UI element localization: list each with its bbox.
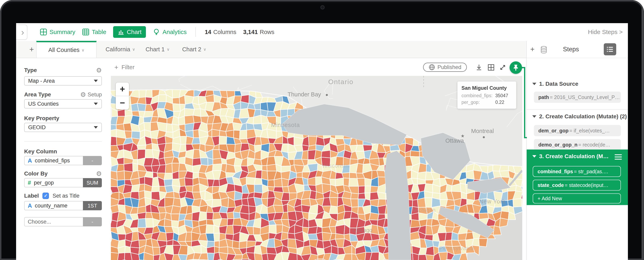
nav-analytics-label: Analytics [162,28,186,36]
add-filter-button[interactable]: + Filter [114,64,134,71]
rows-count: 3,141 Rows [243,29,274,36]
table-icon [82,28,89,36]
color-by-field[interactable]: # per_gop SUM [24,178,102,187]
grid-view-button[interactable] [487,64,495,72]
color-by-label: Color By [24,170,48,177]
key-property-select[interactable]: GEOID [24,123,102,132]
map-label: Minnesota [271,122,300,128]
step-3-active-block[interactable]: 3. Create Calculation (M… combined_fips=… [527,150,628,205]
globe-icon [429,64,435,70]
pin-connector-line [524,67,525,138]
chevron-down-icon: ∨ [82,48,84,52]
hide-steps-button[interactable]: Hide Steps > [588,23,623,41]
step-2-token-dem-or-gop[interactable]: dem_or_gop= if_else(votes_… [534,125,621,136]
nav-analytics[interactable]: Analytics [153,28,186,36]
gear-icon: ⚙ [80,91,86,98]
text-type-icon: A [28,157,32,164]
aggregate-badge[interactable]: 1ST [83,201,102,210]
collapse-panel-button[interactable]: › [16,24,27,40]
text-type-icon: A [28,202,32,209]
toolbar-divider [196,27,196,37]
choropleth-map[interactable]: OntarioThunder BayMinnesotaWisconsinMich… [111,76,522,260]
expand-button[interactable] [499,64,507,72]
key-property-label: Key Property [24,115,59,121]
chevron-down-icon: ∨ [167,47,170,52]
map-label: Chicago [352,227,372,234]
collapse-triangle-icon [532,155,536,158]
add-chart-tab-button[interactable]: + [26,41,37,58]
zoom-in-button[interactable]: + [116,82,129,96]
step-3-add-new-button[interactable]: + Add New [533,194,621,204]
map-label: Thunder Bay [288,91,321,98]
chevron-right-icon: › [21,27,24,37]
step-3-token-state-code[interactable]: state_code= statecode(input… [533,180,621,190]
tab-california[interactable]: California ∨ [100,41,140,58]
key-column-field[interactable]: A combined_fips - [24,156,102,165]
key-column-label: Key Column [24,148,57,154]
step-2-header[interactable]: 2. Create Calculation (Mutate) (2) [532,113,627,120]
label-field[interactable]: A county_name 1ST [24,201,102,210]
nav-summary[interactable]: Summary [40,28,75,36]
zoom-out-button[interactable]: − [116,96,129,110]
chart-tab-bar: + All Counties ∨ California ∨ Chart 1 ∨ … [16,41,526,58]
columns-count-label: Columns [213,29,236,36]
published-button[interactable]: Published [423,62,467,72]
nav-chart[interactable]: Chart [113,26,146,38]
tooltip-title: San Miguel County [462,85,512,91]
map-tooltip: San Miguel County combined_fips: 35047 p… [458,82,516,109]
type-select[interactable]: Map - Area [24,76,102,86]
pin-button[interactable] [510,62,522,74]
nav-chart-label: Chart [127,28,142,36]
rows-count-value: 3,141 [243,29,258,36]
gear-icon[interactable]: ⚙ [96,67,102,74]
numeric-type-icon: # [28,180,31,186]
step-3-header[interactable]: 3. Create Calculation (M… [532,153,608,160]
step-1-header[interactable]: 1. Data Source [532,81,578,87]
step-2-token-demo-or-gop-n[interactable]: demo_or_gop_n= recode(de… [534,139,621,150]
step-3-token-combined-fips[interactable]: combined_fips= str_pad(as.… [533,166,621,177]
chart-config-sidebar: Type ⚙ Map - Area Area Type ⚙ Setup US C… [16,58,109,260]
top-toolbar: › Summary Table Chart [16,23,628,41]
plus-icon: + [114,64,118,71]
bezel-edge [642,8,642,260]
map-label: Montreal [471,128,494,134]
bar-chart-icon [118,28,124,36]
columns-count-value: 14 [205,29,211,36]
pushpin-icon [512,64,520,71]
steps-list-view-button[interactable] [604,43,616,55]
gear-icon[interactable]: ⚙ [96,170,102,177]
nav-table-label: Table [92,28,106,36]
set-as-title-label: Set as Title [52,193,80,199]
database-icon[interactable] [540,46,548,54]
nav-table[interactable]: Table [82,28,106,36]
dropdown-caret-icon [94,126,98,128]
map-zoom-control: + − [116,82,129,110]
collapse-triangle-icon [532,115,536,118]
chevron-down-icon: ∨ [132,47,135,52]
app-screen: › Summary Table Chart [16,23,628,260]
tab-all-counties[interactable]: All Counties ∨ [36,41,96,58]
setup-button[interactable]: ⚙ Setup [80,91,102,98]
steps-panel-header: + Steps [527,41,628,58]
download-button[interactable] [475,64,483,72]
city-dot-marker [326,94,328,96]
tab-chart-1[interactable]: Chart 1 ∨ [142,41,173,58]
set-as-title-checkbox[interactable] [42,192,49,199]
summary-grid-icon [40,28,47,36]
aggregate-badge[interactable]: SUM [83,178,102,187]
nav-summary-label: Summary [50,28,75,36]
type-label: Type [24,67,37,73]
pin-connector-line [524,137,527,138]
webcam-dot [320,5,324,10]
aggregate-badge[interactable]: - [83,156,102,165]
add-step-button[interactable]: + [530,41,534,58]
hamburger-menu-icon[interactable] [614,154,622,160]
aggregate-badge[interactable]: - [83,217,102,226]
step-1-token-path[interactable]: path= 2016_US_County_Level_P… [534,92,621,103]
step-divider [527,109,628,110]
map-label: New York [479,198,506,205]
tab-chart-2[interactable]: Chart 2 ∨ [179,41,209,58]
area-type-select[interactable]: US Counties [24,99,102,108]
choose-column-field[interactable]: Choose... - [24,217,102,226]
capital-star-marker: ★ [461,134,465,139]
